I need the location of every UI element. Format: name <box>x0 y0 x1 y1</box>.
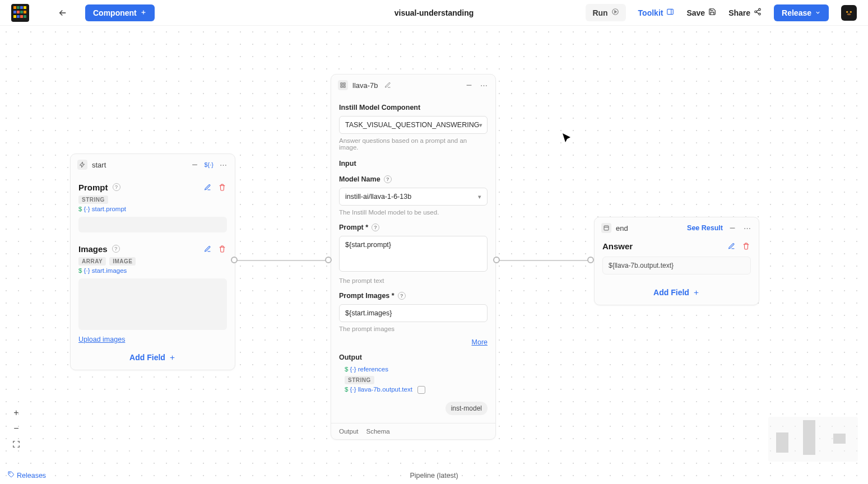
collapse-button[interactable]: − <box>464 80 474 90</box>
pipeline-title: visual-understanding <box>394 8 474 17</box>
release-button[interactable]: Release <box>774 4 829 21</box>
start-node-title: start <box>92 161 106 169</box>
prompt-helper: The prompt text <box>339 277 488 284</box>
prompt-ref: $ {·} start.prompt <box>78 206 227 212</box>
svg-rect-12 <box>604 226 609 230</box>
answer-field-title: Answer <box>602 241 633 251</box>
svg-point-5 <box>846 11 848 12</box>
help-icon[interactable]: ? <box>112 245 120 253</box>
cursor-icon <box>560 132 574 146</box>
images-dropzone[interactable] <box>78 278 227 330</box>
task-helper: Answer questions based on a prompt and a… <box>339 137 488 151</box>
prompt-images-helper: The prompt images <box>339 325 488 332</box>
plus-icon <box>140 8 147 17</box>
run-label: Run <box>592 8 607 17</box>
add-component-button[interactable]: Component <box>85 4 155 21</box>
start-output-port[interactable] <box>231 257 238 263</box>
save-label: Save <box>686 8 705 17</box>
zoom-out-button[interactable]: − <box>10 422 22 435</box>
end-node-title: end <box>616 224 628 232</box>
end-input-port[interactable] <box>587 257 594 263</box>
edit-icon[interactable] <box>202 244 212 254</box>
collapse-button[interactable]: − <box>189 160 199 170</box>
llava-node-title: llava-7b <box>352 81 378 90</box>
input-section-label: Input <box>339 160 488 167</box>
start-ref-token[interactable]: ${·} <box>204 161 213 168</box>
save-icon <box>708 8 716 17</box>
more-menu-button[interactable]: ⋯ <box>479 80 489 90</box>
svg-point-7 <box>847 13 851 15</box>
releases-link[interactable]: Releases <box>8 471 46 480</box>
delete-icon[interactable] <box>217 244 227 254</box>
toolkit-button[interactable]: Toolkit <box>638 8 675 17</box>
help-icon[interactable]: ? <box>372 224 379 231</box>
svg-point-13 <box>10 473 11 474</box>
fullscreen-button[interactable] <box>10 438 22 450</box>
collapse-button[interactable]: − <box>727 223 737 233</box>
delete-icon[interactable] <box>217 182 227 192</box>
tab-output[interactable]: Output <box>339 428 359 435</box>
more-link[interactable]: More <box>472 338 488 346</box>
chevron-down-icon: ▾ <box>478 193 481 201</box>
node-llava-7b[interactable]: llava-7b − ⋯ Instill Model Component TAS… <box>331 74 496 440</box>
model-icon <box>338 80 348 90</box>
type-badge-image: IMAGE <box>109 257 136 266</box>
svg-rect-11 <box>344 86 345 87</box>
prompt-label: Prompt * <box>339 224 368 231</box>
help-icon[interactable]: ? <box>398 292 406 300</box>
images-field-title: Images <box>78 244 108 254</box>
llava-input-port[interactable] <box>325 257 332 263</box>
prompt-input[interactable] <box>339 236 488 272</box>
images-ref: $ {·} start.images <box>78 267 227 274</box>
task-select[interactable]: TASK_VISUAL_QUESTION_ANSWERING ▾ <box>339 116 488 134</box>
model-name-select[interactable]: instill-ai/llava-1-6-13b ▾ <box>339 188 488 206</box>
back-button[interactable] <box>56 6 69 20</box>
upload-images-link[interactable]: Upload images <box>78 336 125 343</box>
node-start[interactable]: start − ${·} ⋯ Prompt ? STRING $ {·} sta… <box>70 153 235 370</box>
prompt-input-placeholder[interactable] <box>78 217 227 232</box>
minimap[interactable] <box>768 417 858 462</box>
more-menu-button[interactable]: ⋯ <box>218 160 228 170</box>
model-name-label: Model Name <box>339 175 380 183</box>
help-icon[interactable]: ? <box>384 175 392 183</box>
edit-icon[interactable] <box>726 241 736 251</box>
llava-output-port[interactable] <box>493 257 500 263</box>
type-badge-string: STRING <box>78 196 108 204</box>
svg-point-3 <box>755 11 757 13</box>
share-label: Share <box>728 8 750 17</box>
chevron-down-icon <box>815 8 821 17</box>
svg-rect-10 <box>341 86 342 87</box>
copy-icon[interactable] <box>417 386 425 394</box>
references-label: $ {·} references <box>345 366 488 373</box>
add-field-button[interactable]: Add Field <box>602 288 751 297</box>
more-menu-button[interactable]: ⋯ <box>742 223 752 233</box>
see-result-link[interactable]: See Result <box>687 224 723 232</box>
svg-rect-1 <box>667 9 674 14</box>
tab-schema[interactable]: Schema <box>366 428 390 435</box>
share-button[interactable]: Share <box>728 8 762 17</box>
model-name-helper: The Instill Model model to be used. <box>339 209 488 216</box>
prompt-images-label: Prompt Images * <box>339 292 394 300</box>
prompt-images-input[interactable] <box>339 304 488 322</box>
svg-point-6 <box>850 11 852 12</box>
user-avatar[interactable] <box>841 5 857 21</box>
output-section-label: Output <box>339 353 488 361</box>
model-tag: inst-model <box>445 402 488 415</box>
end-icon <box>601 223 611 233</box>
node-end[interactable]: end See Result − ⋯ Answer ${llava-7b.out… <box>594 217 759 305</box>
run-button[interactable]: Run <box>586 4 625 21</box>
delete-icon[interactable] <box>741 241 751 251</box>
edit-icon[interactable] <box>202 182 212 192</box>
answer-value: ${llava-7b.output.text} <box>602 257 751 274</box>
edit-title-icon[interactable] <box>383 80 393 90</box>
save-button[interactable]: Save <box>686 8 716 17</box>
zoom-in-button[interactable]: + <box>10 407 22 419</box>
pipeline-status: Pipeline (latest) <box>410 472 458 480</box>
add-field-button[interactable]: Add Field <box>78 353 227 362</box>
panel-icon <box>666 8 674 17</box>
app-logo[interactable] <box>11 4 29 22</box>
task-select-value: TASK_VISUAL_QUESTION_ANSWERING <box>345 121 479 129</box>
tag-icon <box>8 471 15 480</box>
type-badge-array: ARRAY <box>78 257 106 266</box>
help-icon[interactable]: ? <box>113 183 120 191</box>
